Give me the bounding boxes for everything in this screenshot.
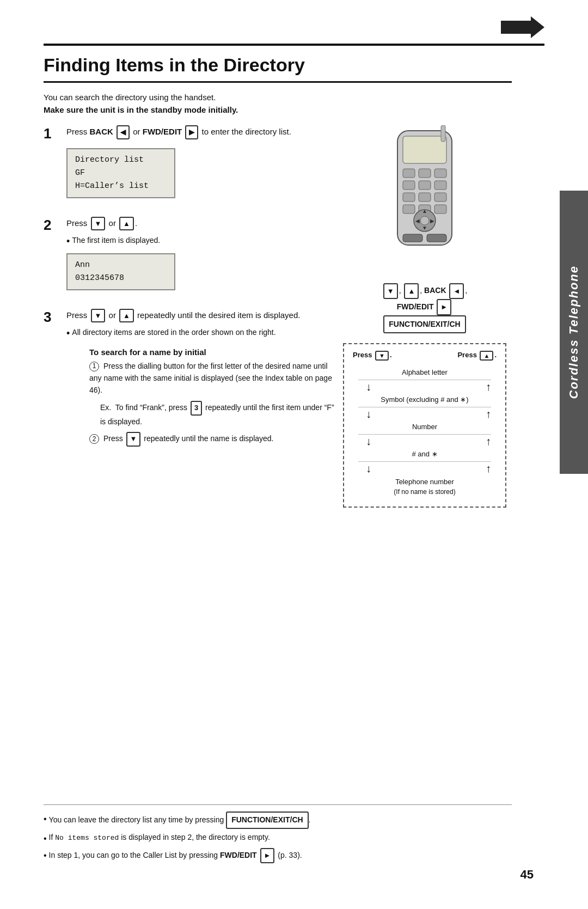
intro-bold-text: Make sure the unit is in the standby mod…: [44, 105, 512, 114]
up-flow-arrow-2: ↑: [486, 408, 491, 419]
function-btn-note1: FUNCTION/EXIT/CH: [226, 812, 308, 829]
svg-point-16: [420, 216, 429, 225]
flow-arrows-4: ↓ ↑: [358, 462, 491, 474]
up-flow-arrow-3: ↑: [486, 436, 491, 447]
flow-label-tel: Telephone number(If no name is stored): [358, 477, 491, 497]
step-3-bullet-text: All directory items are stored in the or…: [72, 328, 275, 337]
svg-rect-12: [403, 205, 415, 213]
flow-label-alphabet: Alphabet letter: [358, 368, 491, 376]
down-key-btn-3: ▼: [126, 432, 141, 447]
note-1-text: You can leave the directory list any tim…: [49, 812, 311, 829]
back-arrow-icon: ◀: [120, 127, 126, 138]
steps-left: 1 Press BACK ◀ or FWD/EDIT ▶ to enter th…: [44, 125, 338, 508]
svg-rect-11: [434, 193, 446, 202]
search-section: To search for a name by initial 1 Press …: [89, 347, 338, 447]
top-arrow-icon: [501, 16, 544, 38]
bullet-dot: •: [66, 236, 70, 248]
nav-keys-label: ▼, ▲, BACK ◄, FWD/EDIT ►: [382, 286, 467, 310]
phone-illustration: ▲ ▼ ◀ ▶: [365, 125, 485, 283]
step-2-instruction: Press ▼ or ▲.: [66, 217, 338, 231]
down-flow-arrow-4: ↓: [366, 463, 371, 474]
down-flow-arrow-1: ↓: [366, 381, 371, 392]
note-2: • If No items stored is displayed in ste…: [44, 831, 512, 846]
step-3-number: 3: [44, 309, 59, 326]
bullet-dot-2: •: [66, 328, 70, 340]
svg-text:◀: ◀: [415, 218, 420, 224]
up-flow-arrow-1: ↑: [486, 381, 491, 392]
flow-arrows-1: ↓ ↑: [358, 380, 491, 392]
page-title: Finding Items in the Directory: [44, 54, 512, 83]
svg-rect-23: [441, 125, 445, 142]
note-bullet-1: •: [44, 812, 47, 826]
down-flow-arrow-3: ↓: [366, 436, 371, 447]
step-1-content: Press BACK ◀ or FWD/EDIT ▶ to enter the …: [66, 125, 338, 204]
step-2-content: Press ▼ or ▲. • The first item is displa…: [66, 217, 338, 296]
note-bullet-3: •: [44, 848, 47, 863]
note-bullet-2: •: [44, 831, 47, 846]
press-up-label: Press ▲.: [457, 351, 497, 361]
step-1-number: 1: [44, 125, 59, 142]
num3-key-btn: 3: [191, 401, 202, 416]
svg-rect-8: [434, 181, 446, 190]
svg-marker-0: [501, 16, 544, 38]
svg-rect-9: [403, 193, 415, 202]
step-2-bullet: • The first item is displayed.: [66, 236, 338, 248]
step-2-bullet-text: The first item is displayed.: [72, 236, 160, 245]
buttons-label: ▼, ▲, BACK ◄, FWD/EDIT ► FUNCTION/EXIT/C…: [382, 283, 467, 333]
flow-arrows-2: ↓ ↑: [358, 407, 491, 419]
page-number: 45: [520, 868, 534, 882]
svg-rect-6: [403, 181, 415, 190]
svg-rect-2: [403, 136, 446, 163]
lcd-display-2: Ann0312345678: [66, 253, 175, 290]
step-3-content: Press ▼ or ▲ repeatedly until the desire…: [66, 309, 338, 447]
search-title: To search for a name by initial: [89, 347, 338, 357]
steps-right: ▲ ▼ ◀ ▶ ▼, ▲, BACK ◄, FWD: [338, 125, 512, 508]
function-exit-ch-btn: FUNCTION/EXIT/CH: [383, 315, 465, 333]
down-key-btn-2: ▼: [91, 309, 106, 323]
note-1: • You can leave the directory list any t…: [44, 812, 512, 829]
svg-rect-22: [427, 234, 446, 242]
search-example: Ex. To find “Frank”, press 3 repeatedly …: [100, 401, 338, 428]
flow-item-number: Number: [358, 419, 491, 435]
up-key-btn-2: ▲: [119, 309, 134, 323]
note-3-text: In step 1, you can go to the Caller List…: [49, 848, 302, 863]
step-3: 3 Press ▼ or ▲ repeatedly until the desi…: [44, 309, 338, 447]
step-2-number: 2: [44, 217, 59, 234]
bottom-notes: • You can leave the directory list any t…: [44, 804, 512, 865]
step-3-instruction: Press ▼ or ▲ repeatedly until the desire…: [66, 309, 338, 323]
fwd-edit-key-btn: ▶: [185, 125, 198, 139]
svg-rect-3: [403, 169, 415, 178]
up-key-label: ▲: [404, 283, 419, 299]
steps-area: 1 Press BACK ◀ or FWD/EDIT ▶ to enter th…: [44, 125, 512, 508]
flow-item-alphabet: Alphabet letter: [358, 365, 491, 380]
svg-rect-21: [403, 234, 422, 242]
step-1: 1 Press BACK ◀ or FWD/EDIT ▶ to enter th…: [44, 125, 338, 204]
flow-label-number: Number: [358, 423, 491, 431]
down-key-label: ▼: [383, 283, 398, 299]
press-up-icon: ▲: [480, 351, 493, 361]
note-3: • In step 1, you can go to the Caller Li…: [44, 848, 512, 863]
search-step-1: 1 Press the dialling button for the firs…: [89, 360, 338, 396]
circle-2-icon: 2: [89, 434, 99, 444]
flow-label-hash: # and ∗: [358, 450, 491, 458]
circle-1-icon: 1: [89, 362, 99, 371]
svg-rect-14: [434, 205, 446, 213]
svg-rect-10: [419, 193, 431, 202]
up-flow-arrow-4: ↑: [486, 463, 491, 474]
svg-rect-4: [419, 169, 431, 178]
flow-diagram: Press ▼. Press ▲. Alphabet letter ↓ ↑ Sy…: [343, 343, 506, 508]
svg-rect-7: [419, 181, 431, 190]
step-3-bullet: • All directory items are stored in the …: [66, 328, 338, 340]
side-tab: Cordless Telephone: [560, 191, 588, 474]
note-2-text: If No items stored is displayed in step …: [49, 831, 270, 844]
side-tab-label: Cordless Telephone: [567, 265, 581, 399]
search-step-2: 2 Press ▼ repeatedly until the name is d…: [89, 432, 338, 447]
top-divider: [44, 44, 544, 46]
flow-label-symbol: Symbol (excluding # and ∗): [358, 395, 491, 404]
main-content: Finding Items in the Directory You can s…: [44, 54, 512, 508]
intro-text: You can search the directory using the h…: [44, 93, 512, 102]
flow-item-symbol: Symbol (excluding # and ∗): [358, 392, 491, 407]
lcd-display-1: Directory listGFH=Caller’s list: [66, 148, 175, 198]
down-flow-arrow-2: ↓: [366, 408, 371, 419]
step-1-instruction: Press BACK ◀ or FWD/EDIT ▶ to enter the …: [66, 125, 338, 139]
